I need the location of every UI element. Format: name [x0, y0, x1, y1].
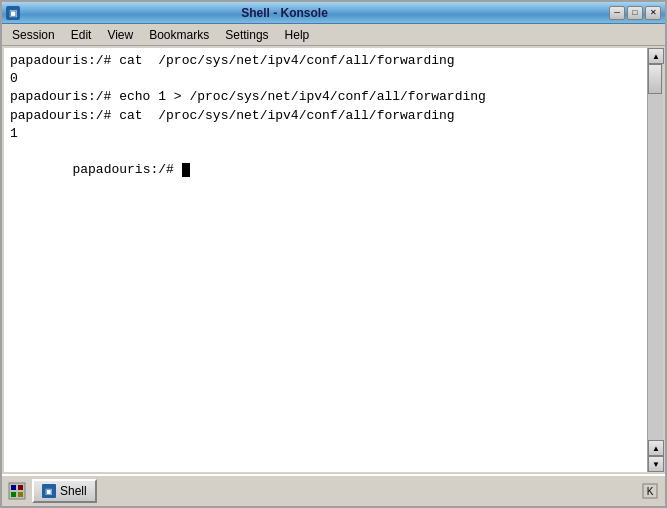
terminal[interactable]: papadouris:/# cat /proc/sys/net/ipv4/con…	[4, 48, 647, 472]
svg-rect-2	[18, 485, 23, 490]
menu-bookmarks[interactable]: Bookmarks	[143, 26, 215, 44]
terminal-line-4: papadouris:/# cat /proc/sys/net/ipv4/con…	[10, 107, 641, 125]
scroll-up-button[interactable]: ▲	[648, 48, 664, 64]
scroll-down-button[interactable]: ▼	[648, 456, 664, 472]
terminal-line-0: papadouris:/# cat /proc/sys/net/ipv4/con…	[10, 52, 641, 70]
scroll-thumb[interactable]	[648, 64, 662, 94]
scroll-page-up-button[interactable]: ▲	[648, 440, 664, 456]
menu-settings[interactable]: Settings	[219, 26, 274, 44]
taskbar-right-icon: K	[642, 483, 658, 499]
window-title: Shell - Konsole	[0, 6, 609, 20]
taskbar-right-area: K	[639, 480, 661, 502]
menu-view[interactable]: View	[101, 26, 139, 44]
scroll-track[interactable]	[648, 64, 663, 440]
scroll-bottom-buttons: ▲ ▼	[648, 440, 663, 472]
terminal-wrapper: papadouris:/# cat /proc/sys/net/ipv4/con…	[2, 46, 665, 474]
close-button[interactable]: ✕	[645, 6, 661, 20]
cursor	[182, 163, 190, 177]
main-window: ▣ Shell - Konsole ─ □ ✕ Session Edit Vie…	[0, 0, 667, 508]
restore-button[interactable]: □	[627, 6, 643, 20]
menu-edit[interactable]: Edit	[65, 26, 98, 44]
terminal-line-1: 0	[10, 70, 641, 88]
shell-taskbar-icon: ▣	[42, 484, 56, 498]
svg-rect-1	[11, 485, 16, 490]
title-buttons: ─ □ ✕	[609, 6, 661, 20]
svg-rect-3	[11, 492, 16, 497]
shell-taskbar-button[interactable]: ▣ Shell	[32, 479, 97, 503]
terminal-line-3: papadouris:/# echo 1 > /proc/sys/net/ipv…	[10, 88, 641, 106]
menu-session[interactable]: Session	[6, 26, 61, 44]
system-tray-icon	[6, 480, 28, 502]
scrollbar: ▲ ▲ ▼	[647, 48, 663, 472]
shell-taskbar-label: Shell	[60, 484, 87, 498]
terminal-line-7: papadouris:/#	[10, 143, 641, 198]
menu-help[interactable]: Help	[279, 26, 316, 44]
svg-text:K: K	[647, 486, 654, 497]
title-bar: ▣ Shell - Konsole ─ □ ✕	[2, 2, 665, 24]
terminal-line-5: 1	[10, 125, 641, 143]
svg-rect-4	[18, 492, 23, 497]
taskbar: ▣ Shell K	[2, 474, 665, 506]
minimize-button[interactable]: ─	[609, 6, 625, 20]
menu-bar: Session Edit View Bookmarks Settings Hel…	[2, 24, 665, 46]
